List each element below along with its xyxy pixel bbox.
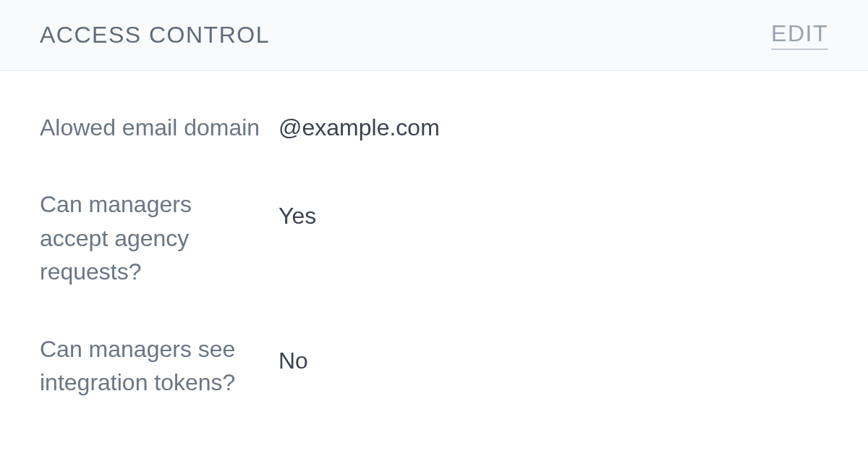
edit-button[interactable]: EDIT	[771, 20, 828, 50]
setting-row-managers-agency: Can managers accept agency requests? Yes	[40, 188, 828, 288]
setting-value: @example.com	[278, 111, 440, 144]
setting-row-managers-tokens: Can managers see integration tokens? No	[40, 332, 828, 400]
setting-value: Yes	[278, 188, 316, 232]
settings-content: Alowed email domain @example.com Can man…	[0, 71, 868, 471]
setting-label: Alowed email domain	[40, 111, 278, 144]
setting-row-email-domain: Alowed email domain @example.com	[40, 111, 828, 144]
section-title: ACCESS CONTROL	[40, 22, 270, 49]
setting-value: No	[278, 332, 308, 377]
section-header: ACCESS CONTROL EDIT	[0, 0, 868, 71]
setting-label: Can managers see integration tokens?	[40, 332, 278, 400]
setting-label: Can managers accept agency requests?	[40, 188, 278, 288]
